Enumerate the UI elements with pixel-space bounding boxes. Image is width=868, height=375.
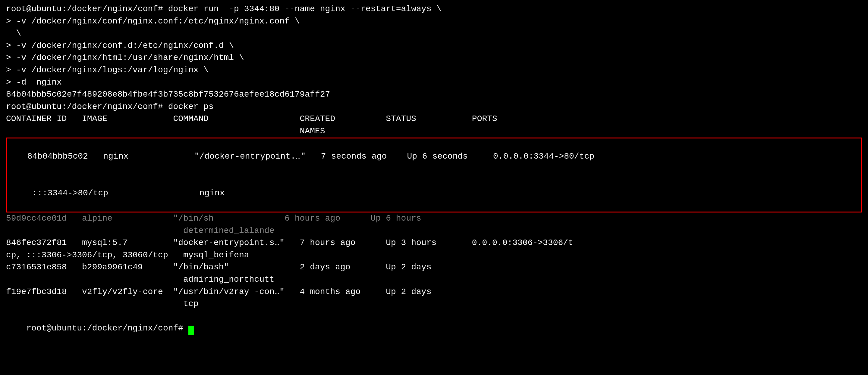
row4-line2: admiring_northcutt <box>6 274 862 286</box>
terminal-line-2: > -v /docker/nginx/conf/nginx.conf:/etc/… <box>6 15 862 28</box>
terminal-line-3: \ <box>6 27 862 40</box>
final-prompt-text: root@ubuntu:/docker/nginx/conf# <box>26 323 188 333</box>
terminal-line-7: > -d nginx <box>6 76 862 89</box>
terminal-line-6: > -v /docker/nginx/logs:/var/log/nginx \ <box>6 64 862 76</box>
table-header-row1: CONTAINER ID IMAGE COMMAND CREATED STATU… <box>6 113 862 125</box>
highlighted-row-line2: :::3344->80/tcp nginx <box>27 189 224 198</box>
row5-line2: tcp <box>6 298 862 310</box>
highlighted-container-row: 84b04bbb5c02 nginx "/docker-entrypoint.…… <box>6 138 862 213</box>
row3-line2: cp, :::3306->3306/tcp, 33060/tcp mysql_b… <box>6 249 862 262</box>
highlighted-row-line1: 84b04bbb5c02 nginx "/docker-entrypoint.…… <box>27 152 594 161</box>
row4-line1: c7316531e858 b299a9961c49 "/bin/bash" 2 … <box>6 261 862 274</box>
terminal-line-hash: 84b04bbb5c02e7f489208e8b4fbe4f3b735c8bf7… <box>6 89 862 101</box>
table-header-row2: NAMES <box>6 125 862 138</box>
terminal-line-4: > -v /docker/nginx/conf.d:/etc/nginx/con… <box>6 40 862 52</box>
terminal-line-1: root@ubuntu:/docker/nginx/conf# docker r… <box>6 3 862 15</box>
terminal-line-docker-ps: root@ubuntu:/docker/nginx/conf# docker p… <box>6 101 862 113</box>
faded-row-line2: determined_lalande <box>6 225 862 237</box>
final-prompt-line: root@ubuntu:/docker/nginx/conf# <box>6 310 862 347</box>
terminal-window: root@ubuntu:/docker/nginx/conf# docker r… <box>6 3 862 347</box>
cursor <box>188 326 194 335</box>
row5-line1: f19e7fbc3d18 v2fly/v2fly-core "/usr/bin/… <box>6 286 862 298</box>
terminal-line-5: > -v /docker/nginx/html:/usr/share/nginx… <box>6 52 862 64</box>
faded-row-line1: 59d9cc4ce01d alpine "/bin/sh 6 hours ago… <box>6 212 862 225</box>
row3-line1: 846fec372f81 mysql:5.7 "docker-entrypoin… <box>6 237 862 249</box>
